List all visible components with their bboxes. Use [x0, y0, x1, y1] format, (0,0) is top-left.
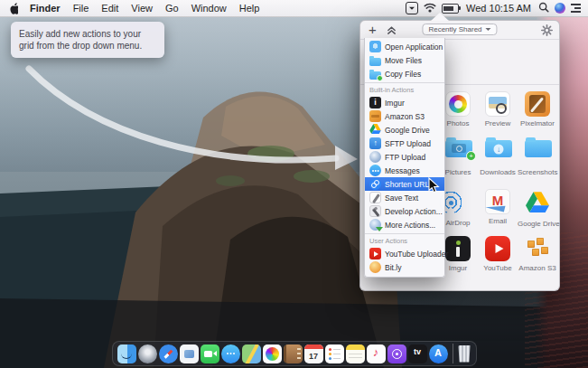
popover-arrow [431, 13, 449, 21]
dock: 17 [112, 341, 477, 366]
dropdown-item-label: Imgur [385, 99, 405, 108]
dock-reminders-icon[interactable] [325, 344, 344, 363]
dock-launchpad-icon[interactable] [138, 344, 157, 363]
sftp-upload-icon [369, 137, 381, 149]
dock-divider [453, 344, 453, 363]
menu-item-file[interactable]: File [67, 0, 96, 16]
battery-icon[interactable] [442, 4, 459, 14]
dropzone-menubar-icon[interactable] [406, 2, 418, 14]
photos-icon [445, 91, 471, 117]
grid-item-youtube[interactable]: YouTube [478, 236, 518, 272]
chevrons-up-icon[interactable] [387, 25, 397, 35]
dock-photos-icon[interactable] [263, 344, 282, 363]
dropdown-item-label: Amazon S3 [385, 112, 425, 121]
grid-item-pixelmator[interactable]: Pixelmator [518, 91, 557, 127]
grid-item-label: Downloads [478, 168, 518, 176]
menubar-clock[interactable]: Wed 10:15 AM [464, 3, 533, 14]
dock-finder-icon[interactable] [117, 344, 136, 363]
menu-item-help[interactable]: Help [233, 0, 266, 16]
grid-item-label: Pixelmator [518, 119, 557, 127]
dock-podcasts-icon[interactable] [387, 344, 406, 363]
grid-item-label: Google Drive [518, 220, 557, 228]
dropdown-item-more-actions[interactable]: More Actions... [365, 218, 444, 231]
view-selector-dropdown[interactable]: Recently Shared [422, 24, 497, 35]
dock-notes-icon[interactable] [346, 344, 365, 363]
dropdown-item-youtube-uploader[interactable]: YouTube Uploader [365, 247, 444, 260]
dropdown-item-label: Bit.ly [385, 263, 401, 272]
plus-badge-icon [466, 151, 476, 161]
menu-item-edit[interactable]: Edit [95, 0, 125, 16]
hammer-icon [369, 205, 381, 217]
dropdown-item-copy-files[interactable]: Copy Files [365, 67, 444, 80]
mouse-cursor [428, 177, 440, 193]
bitly-icon [369, 261, 381, 273]
dropdown-item-label: Develop Action... [385, 207, 443, 216]
instruction-callout: Easily add new actions to your grid from… [11, 22, 164, 58]
dropdown-item-move-files[interactable]: Move Files [365, 53, 444, 67]
folder-plus-icon [369, 71, 381, 80]
menu-item-go[interactable]: Go [159, 0, 185, 16]
dock-tv-icon[interactable] [408, 344, 427, 363]
dropdown-item-imgur[interactable]: Imgur [365, 96, 444, 109]
menu-item-window[interactable]: Window [185, 0, 233, 16]
dock-trash-icon[interactable] [458, 345, 471, 363]
dropdown-item-label: Google Drive [385, 126, 430, 135]
dropdown-item-label: Move Files [385, 56, 422, 65]
save-text-icon [369, 192, 381, 203]
dropdown-item-label: Messages [385, 166, 420, 175]
folder-icon [369, 58, 381, 66]
menu-item-view[interactable]: View [125, 0, 159, 16]
spotlight-icon[interactable] [538, 2, 549, 14]
application-icon [369, 41, 381, 52]
grid-item-screenshots[interactable]: Screenshots [518, 135, 557, 176]
dock-mail-icon[interactable] [180, 344, 199, 363]
youtube-icon [485, 236, 510, 261]
grid-item-amazon-s3[interactable]: Amazon S3 [518, 236, 557, 272]
dock-app-store-icon[interactable] [429, 344, 448, 363]
siri-icon[interactable] [555, 3, 565, 14]
dropdown-item-ftp-upload[interactable]: FTP Upload [365, 150, 444, 164]
grid-item-preview[interactable]: Preview [478, 91, 518, 127]
dock-messages-icon[interactable] [221, 344, 240, 363]
notification-center-icon[interactable] [571, 4, 581, 13]
screenshots-folder-icon [525, 140, 550, 165]
dock-calendar-icon[interactable]: 17 [304, 344, 323, 363]
dock-facetime-icon[interactable] [201, 344, 219, 363]
dropdown-item-label: More Actions... [385, 221, 435, 230]
ftp-globe-icon [369, 151, 381, 163]
email-icon [485, 189, 510, 214]
youtube-icon [369, 248, 381, 259]
dropdown-item-sftp-upload[interactable]: SFTP Upload [365, 137, 444, 150]
amazon-s3-icon [525, 236, 550, 261]
menu-bar: Finder File Edit View Go Window Help Wed… [0, 0, 588, 17]
dropdown-item-amazon-s3[interactable]: Amazon S3 [365, 109, 444, 123]
add-action-button[interactable]: + [367, 22, 378, 38]
grid-item-email[interactable]: Email [478, 189, 518, 228]
imgur-icon [369, 97, 381, 109]
apple-menu-icon[interactable] [8, 3, 18, 14]
dropdown-item-label: Open Application [385, 42, 443, 52]
preview-icon [485, 91, 510, 117]
menu-item-finder[interactable]: Finder [23, 0, 67, 16]
dropdown-item-messages[interactable]: Messages [365, 164, 444, 177]
gear-icon[interactable] [541, 24, 553, 36]
grid-item-google-drive[interactable]: Google Drive [518, 189, 557, 228]
dock-safari-icon[interactable] [159, 344, 178, 363]
dropdown-item-open-application[interactable]: Open Application [365, 40, 444, 53]
grid-item-label: Screenshots [518, 168, 557, 176]
add-action-dropdown-menu: Open Application Move Files Copy Files B… [364, 38, 445, 278]
dropdown-item-develop-action[interactable]: Develop Action... [365, 204, 444, 218]
google-drive-icon [369, 124, 381, 136]
globe-download-icon [369, 219, 381, 231]
dock-music-icon[interactable] [367, 344, 386, 363]
grid-item-downloads[interactable]: Downloads [478, 135, 518, 176]
dock-contacts-icon[interactable] [284, 344, 303, 363]
dropdown-item-bitly[interactable]: Bit.ly [365, 260, 444, 274]
dropdown-item-google-drive[interactable]: Google Drive [365, 123, 444, 137]
messages-icon [369, 165, 381, 176]
dock-maps-icon[interactable] [242, 344, 261, 363]
imgur-icon [445, 236, 471, 261]
action-grid: Photos Preview Pixelmator Pictures [438, 91, 557, 288]
dropdown-section-builtin: Built-in Actions [365, 85, 444, 96]
google-drive-icon [525, 192, 550, 217]
